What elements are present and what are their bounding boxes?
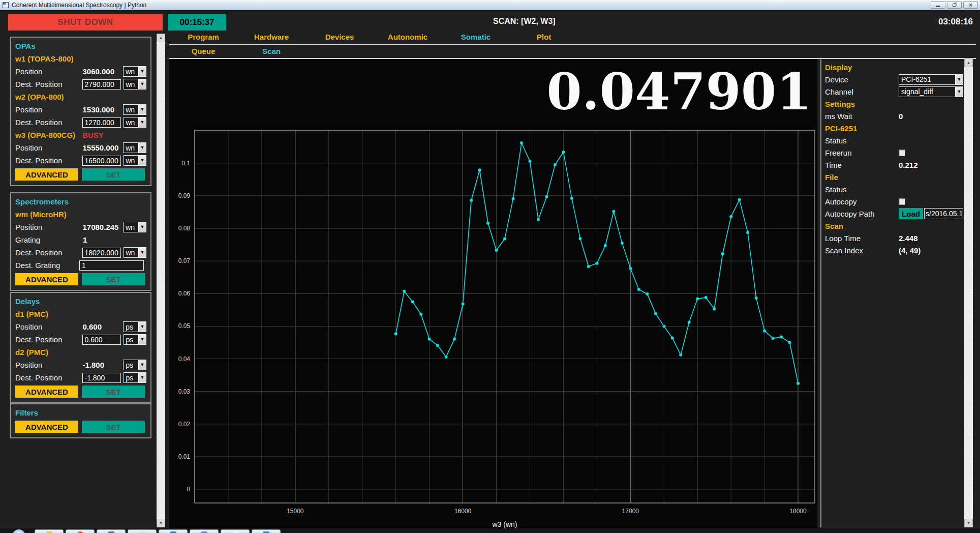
- opas-set-button[interactable]: SET: [82, 168, 145, 181]
- scroll-down-icon[interactable]: ▼: [964, 519, 973, 527]
- window-title: Coherent Multidimensional Spectroscopy |…: [12, 2, 146, 9]
- channel-combo[interactable]: signal_diff▼: [899, 86, 963, 97]
- w2-dest-units-combo[interactable]: wn▼: [124, 117, 147, 128]
- wm-units-combo[interactable]: wn▼: [123, 222, 146, 232]
- display-section-title: Display: [825, 63, 852, 72]
- d2-dest-position-input[interactable]: [82, 373, 121, 383]
- taskbar-item[interactable]: [159, 529, 188, 533]
- spectrometers-set-button[interactable]: SET: [82, 273, 145, 285]
- opas-title: OPAs: [15, 42, 36, 50]
- position-label: Position: [15, 322, 82, 331]
- app-icon: [3, 2, 9, 8]
- loop-time-label: Loop Time: [825, 234, 899, 243]
- main-tab-underline: [169, 44, 976, 45]
- channel-label: Channel: [825, 87, 899, 96]
- spectrometers-advanced-button[interactable]: ADVANCED: [15, 273, 78, 285]
- tab-program[interactable]: Program: [169, 33, 237, 41]
- tab-autonomic[interactable]: Autonomic: [374, 33, 442, 41]
- svg-text:0.08: 0.08: [178, 225, 191, 232]
- taskbar-item[interactable]: [190, 529, 219, 533]
- taskbar-item[interactable]: [35, 529, 64, 533]
- w3-dest-units-combo[interactable]: wn▼: [124, 155, 147, 166]
- d1-units-combo[interactable]: ps▼: [123, 321, 146, 332]
- tab-hardware[interactable]: Hardware: [237, 33, 305, 41]
- chevron-down-icon: ▼: [955, 87, 963, 97]
- position-label: Position: [15, 105, 82, 114]
- dest-position-label: Dest. Position: [15, 80, 82, 88]
- taskbar-item[interactable]: [252, 529, 281, 533]
- delays-title: Delays: [15, 297, 40, 306]
- taskbar-item[interactable]: [66, 529, 95, 533]
- time-value: 0.212: [899, 161, 918, 169]
- autocopy-label: Autocopy: [825, 197, 899, 206]
- wm-dest-units-combo[interactable]: wn▼: [124, 247, 147, 258]
- svg-text:17000: 17000: [622, 508, 639, 515]
- svg-text:0.09: 0.09: [178, 192, 191, 199]
- autocopy-path-input[interactable]: [924, 208, 963, 219]
- opas-panel: OPAs w1 (TOPAS-800) Position 3060.000 wn…: [10, 37, 151, 186]
- tab-devices[interactable]: Devices: [305, 33, 374, 41]
- settings-section-title: Settings: [825, 100, 855, 108]
- wm-dest-position-input[interactable]: [82, 248, 121, 258]
- tab-plot[interactable]: Plot: [510, 33, 578, 41]
- scroll-up-icon[interactable]: ▲: [157, 34, 165, 42]
- taskbar-item[interactable]: [97, 529, 126, 533]
- scan-index-label: Scan Index: [825, 246, 899, 255]
- w2-units-combo[interactable]: wn▼: [123, 104, 146, 115]
- svg-text:15000: 15000: [287, 508, 304, 515]
- w2-dest-position-input[interactable]: [82, 117, 121, 128]
- shutdown-button[interactable]: SHUT DOWN: [8, 14, 163, 31]
- minimize-button[interactable]: [931, 1, 945, 9]
- delays-set-button[interactable]: SET: [82, 386, 145, 398]
- w1-dest-position-input[interactable]: [82, 79, 121, 90]
- minimize-icon: [936, 6, 940, 7]
- w1-dest-units-combo[interactable]: wn▼: [124, 79, 147, 90]
- w1-units-combo[interactable]: wn▼: [123, 66, 146, 77]
- w3-units-combo[interactable]: wn▼: [123, 142, 146, 153]
- svg-text:0.04: 0.04: [178, 356, 191, 363]
- autocopy-checkbox[interactable]: [899, 198, 905, 205]
- taskbar-item[interactable]: [221, 529, 250, 533]
- freerun-checkbox[interactable]: [899, 150, 905, 156]
- opas-advanced-button[interactable]: ADVANCED: [15, 168, 78, 181]
- taskbar-item[interactable]: [128, 529, 157, 533]
- w3-dest-position-input[interactable]: [82, 156, 121, 166]
- filters-panel: Filters ADVANCED SET: [10, 403, 151, 438]
- chevron-down-icon: ▼: [138, 373, 146, 382]
- dest-position-label: Dest. Position: [15, 248, 82, 257]
- settings-scrollbar[interactable]: ▲ ▼: [964, 58, 973, 527]
- spectrometers-panel: Spectrometers wm (MicroHR) Position 1708…: [10, 192, 151, 291]
- close-button[interactable]: ×: [963, 1, 978, 9]
- delays-advanced-button[interactable]: ADVANCED: [15, 386, 78, 398]
- scan-status: SCAN: [W2, W3]: [493, 17, 651, 26]
- wm-dest-grating-input[interactable]: [79, 260, 144, 271]
- dest-position-label: Dest. Position: [15, 335, 82, 344]
- d2-dest-units-combo[interactable]: ps▼: [124, 372, 147, 383]
- device-label: Device: [825, 75, 899, 84]
- ms-wait-label: ms Wait: [825, 112, 899, 121]
- filters-advanced-button[interactable]: ADVANCED: [15, 421, 78, 433]
- svg-text:0.03: 0.03: [178, 388, 191, 395]
- tab-queue[interactable]: Queue: [169, 47, 237, 55]
- scroll-up-icon[interactable]: ▲: [964, 58, 973, 67]
- sidebar-scrollbar[interactable]: ▲ ▼: [157, 34, 165, 527]
- d1-dest-position-input[interactable]: [82, 335, 121, 345]
- d2-units-combo[interactable]: ps▼: [123, 360, 146, 370]
- restore-button[interactable]: [947, 1, 962, 9]
- grating-label: Grating: [15, 235, 83, 244]
- svg-text:18000: 18000: [789, 508, 807, 515]
- d2-position-value: -1.800: [82, 361, 123, 369]
- w1-position-value: 3060.000: [82, 67, 123, 76]
- tab-somatic[interactable]: Somatic: [442, 33, 510, 41]
- position-label: Position: [15, 223, 82, 231]
- start-button[interactable]: [12, 529, 25, 533]
- device-combo[interactable]: PCI-6251▼: [899, 74, 963, 85]
- svg-text:16000: 16000: [454, 508, 472, 515]
- file-section-title: File: [825, 173, 838, 182]
- tab-scan[interactable]: Scan: [237, 47, 305, 55]
- d1-dest-units-combo[interactable]: ps▼: [124, 334, 147, 345]
- filters-set-button[interactable]: SET: [82, 421, 145, 433]
- wm-name: wm (MicroHR): [15, 210, 67, 219]
- scroll-down-icon[interactable]: ▼: [157, 519, 165, 527]
- load-button[interactable]: Load: [899, 208, 923, 219]
